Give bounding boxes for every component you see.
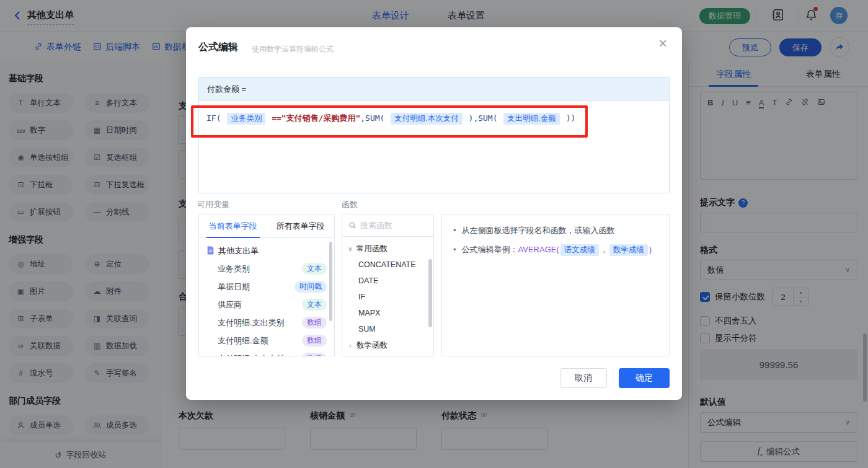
formula-token: IF( bbox=[206, 113, 226, 123]
variable-row-1[interactable]: 单据日期时间戳 bbox=[199, 278, 334, 296]
formula-token: )) bbox=[561, 113, 575, 123]
example-function: AVERAGE( bbox=[518, 245, 559, 254]
type-badge: 数组 bbox=[302, 353, 327, 356]
variable-row-3[interactable]: 支付明细.支出类别数组 bbox=[199, 314, 334, 332]
functions-label: 函数 bbox=[342, 199, 358, 210]
formula-input-area[interactable]: IF( 业务类别 =="支付销售/采购费用",SUM( 支付明细.本次支付 ),… bbox=[199, 101, 669, 193]
function-item[interactable]: DATE bbox=[342, 273, 433, 289]
function-search[interactable] bbox=[342, 214, 433, 237]
formula-token: ,SUM( bbox=[360, 113, 389, 123]
variable-row-5[interactable]: 支付明细.本次支付数组 bbox=[199, 350, 334, 356]
scrollbar[interactable] bbox=[428, 259, 432, 327]
variables-tree: 其他支出单 业务类别文本 单据日期时间戳 供应商文本 支付明细.支出类别数组 支… bbox=[199, 238, 334, 356]
variables-label: 可用变量 bbox=[197, 199, 229, 210]
example-function: ) bbox=[649, 245, 652, 254]
formula-field-chip[interactable]: 支出明细.金额 bbox=[503, 113, 559, 125]
variables-tab-1[interactable]: 所有表单字段 bbox=[267, 214, 334, 237]
function-group-1[interactable]: ›数学函数 bbox=[342, 337, 433, 353]
variable-row-4[interactable]: 支付明细.金额数组 bbox=[199, 332, 334, 350]
type-badge: 时间戳 bbox=[294, 281, 327, 293]
formula-token: =="支付销售/采购费用" bbox=[267, 113, 360, 123]
function-group-2[interactable]: ›文本函数 bbox=[342, 353, 433, 356]
cancel-button[interactable]: 取消 bbox=[560, 368, 607, 388]
type-badge: 数组 bbox=[302, 335, 327, 347]
formula-token: ),SUM( bbox=[464, 113, 503, 123]
example-field-chip: 语文成绩 bbox=[560, 244, 599, 256]
formula-field-chip[interactable]: 业务类别 bbox=[227, 113, 265, 125]
help-tip-1: • 从左侧面板选择字段名和函数，或输入函数 bbox=[453, 224, 658, 237]
function-item[interactable]: SUM bbox=[342, 321, 433, 337]
function-search-input[interactable] bbox=[360, 221, 422, 230]
bullet-icon: • bbox=[453, 244, 456, 256]
tree-root[interactable]: 其他支出单 bbox=[199, 242, 334, 260]
type-badge: 文本 bbox=[302, 299, 327, 311]
function-item[interactable]: CONCATENATE bbox=[342, 257, 433, 273]
function-item[interactable]: MAPX bbox=[342, 305, 433, 321]
scrollbar[interactable] bbox=[329, 242, 332, 321]
variables-panel: 当前表单字段所有表单字段 其他支出单 业务类别文本 单据日期时间戳 供应商文本 … bbox=[198, 214, 335, 356]
function-list: ∨常用函数CONCATENATEDATEIFMAPXSUM ›数学函数 ›文本函… bbox=[342, 237, 433, 356]
caret-right-icon: › bbox=[347, 342, 353, 349]
document-icon bbox=[206, 246, 215, 257]
functions-panel: ∨常用函数CONCATENATEDATEIFMAPXSUM ›数学函数 ›文本函… bbox=[342, 214, 434, 356]
type-badge: 数组 bbox=[302, 317, 327, 329]
help-tip-2: • 公式编辑举例：AVERAGE(语文成绩，数学成绩) bbox=[453, 244, 658, 256]
confirm-button[interactable]: 确定 bbox=[619, 368, 670, 388]
formula-target: 付款金额 = bbox=[199, 77, 669, 101]
formula-edit-modal: 公式编辑 使用数学运算符编辑公式 × 付款金额 = IF( 业务类别 =="支付… bbox=[186, 27, 682, 400]
variable-row-2[interactable]: 供应商文本 bbox=[199, 296, 334, 314]
formula-editor: 付款金额 = IF( 业务类别 =="支付销售/采购费用",SUM( 支付明细.… bbox=[198, 77, 670, 193]
function-item[interactable]: IF bbox=[342, 289, 433, 305]
type-badge: 文本 bbox=[302, 263, 327, 275]
formula-help-panel: • 从左侧面板选择字段名和函数，或输入函数 • 公式编辑举例：AVERAGE(语… bbox=[441, 214, 670, 356]
search-icon bbox=[348, 221, 356, 229]
bullet-icon: • bbox=[453, 224, 456, 237]
modal-subtitle: 使用数学运算符编辑公式 bbox=[252, 44, 334, 55]
close-icon[interactable]: × bbox=[658, 36, 667, 51]
formula-field-chip[interactable]: 支付明细.本次支付 bbox=[391, 113, 462, 125]
variable-row-0[interactable]: 业务类别文本 bbox=[199, 260, 334, 278]
function-group-0[interactable]: ∨常用函数 bbox=[342, 241, 433, 257]
variables-tab-0[interactable]: 当前表单字段 bbox=[199, 214, 267, 237]
example-field-chip: 数学成绩 bbox=[609, 244, 648, 256]
caret-down-icon: ∨ bbox=[347, 245, 353, 252]
variables-tabs: 当前表单字段所有表单字段 bbox=[199, 214, 334, 238]
modal-title: 公式编辑 bbox=[198, 41, 238, 54]
